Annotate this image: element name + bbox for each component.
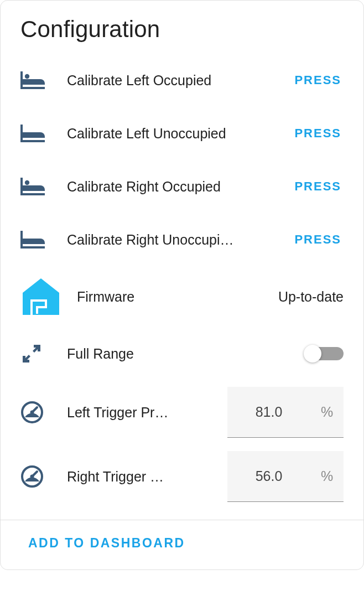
svg-rect-4 [20, 140, 45, 142]
row-label: Full Range [67, 346, 290, 362]
svg-point-6 [25, 180, 29, 185]
row-calibrate-right-occupied: Calibrate Right Occupied PRESS [20, 160, 344, 213]
left-trigger-input[interactable] [227, 387, 310, 437]
toggle-thumb [304, 345, 321, 363]
page-title: Configuration [20, 16, 344, 43]
esphome-icon [20, 276, 64, 317]
press-button-calibrate-left-occupied[interactable]: PRESS [292, 69, 344, 92]
bed-unoccupied-icon [20, 231, 54, 248]
row-label: Calibrate Left Unoccupied [67, 126, 279, 142]
svg-rect-0 [20, 71, 23, 89]
row-label: Calibrate Right Unoccupi… [67, 232, 279, 248]
row-label: Right Trigger … [67, 469, 214, 485]
bed-occupied-icon [20, 178, 54, 195]
card-footer: ADD TO DASHBOARD [1, 520, 363, 569]
row-label: Left Trigger Pr… [67, 405, 214, 421]
gauge-icon [20, 465, 54, 488]
bed-occupied-icon [20, 71, 54, 89]
press-button-calibrate-right-unoccupied[interactable]: PRESS [292, 228, 344, 251]
row-full-range: Full Range [20, 327, 344, 380]
svg-rect-3 [20, 125, 23, 142]
row-right-trigger: Right Trigger … % [20, 444, 344, 509]
svg-rect-5 [20, 178, 23, 195]
svg-point-1 [25, 74, 29, 79]
svg-line-12 [32, 407, 37, 412]
row-label: Calibrate Right Occupied [67, 179, 279, 195]
add-to-dashboard-button[interactable]: ADD TO DASHBOARD [28, 536, 185, 551]
svg-line-15 [32, 472, 37, 477]
row-label: Firmware [77, 289, 265, 305]
row-calibrate-left-occupied: Calibrate Left Occupied PRESS [20, 54, 344, 107]
bed-unoccupied-icon [20, 125, 54, 142]
unit-label: % [310, 451, 344, 501]
unit-label: % [310, 387, 344, 437]
svg-rect-7 [20, 193, 45, 195]
press-button-calibrate-left-unoccupied[interactable]: PRESS [292, 122, 344, 145]
row-label: Calibrate Left Occupied [67, 73, 279, 89]
row-firmware: Firmware Up-to-date [20, 266, 344, 327]
full-range-toggle[interactable] [304, 345, 344, 363]
gauge-icon [20, 401, 54, 424]
left-trigger-input-wrap: % [227, 387, 344, 438]
row-calibrate-left-unoccupied: Calibrate Left Unoccupied PRESS [20, 107, 344, 160]
press-button-calibrate-right-occupied[interactable]: PRESS [292, 175, 344, 198]
row-calibrate-right-unoccupied: Calibrate Right Unoccupi… PRESS [20, 213, 344, 266]
svg-rect-9 [20, 246, 45, 248]
right-trigger-input[interactable] [227, 451, 310, 501]
expand-icon [20, 343, 54, 365]
right-trigger-input-wrap: % [227, 451, 344, 502]
configuration-card: Configuration Calibrate Left Occupied PR… [0, 0, 364, 570]
firmware-status: Up-to-date [278, 289, 344, 305]
row-left-trigger: Left Trigger Pr… % [20, 380, 344, 444]
config-rows: Calibrate Left Occupied PRESS Calibrate … [1, 48, 363, 520]
card-header: Configuration [1, 1, 363, 48]
svg-rect-2 [20, 87, 45, 89]
svg-rect-8 [20, 231, 23, 248]
